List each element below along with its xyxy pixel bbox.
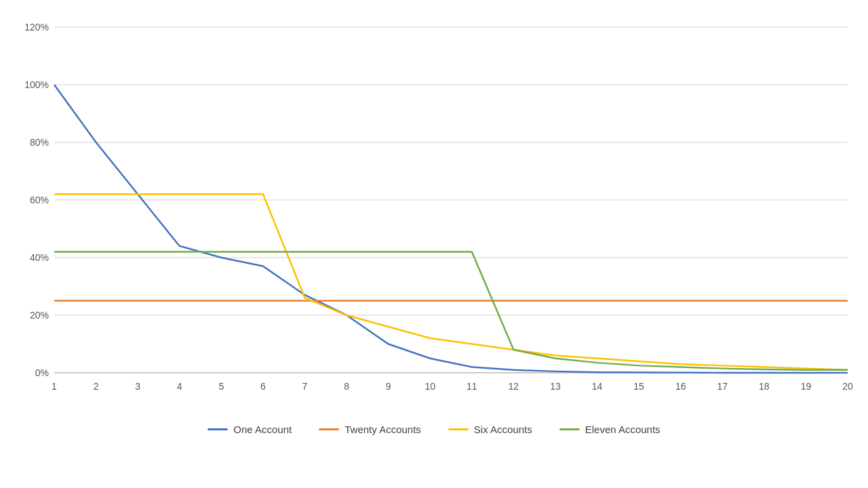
legend-item-six-accounts: Six Accounts [448, 424, 532, 435]
svg-text:3: 3 [135, 381, 140, 392]
svg-text:80%: 80% [30, 137, 49, 148]
svg-text:1: 1 [52, 381, 57, 392]
svg-text:60%: 60% [30, 195, 49, 205]
legend-label: One Account [233, 424, 292, 435]
svg-text:12: 12 [509, 381, 519, 392]
legend-label: Twenty Accounts [344, 424, 421, 435]
legend-color-swatch [208, 428, 228, 430]
svg-text:14: 14 [592, 381, 603, 392]
svg-text:9: 9 [386, 381, 391, 392]
legend-color-swatch [559, 428, 580, 430]
legend-item-eleven-accounts: Eleven Accounts [559, 424, 660, 435]
series-line-six-accounts [54, 195, 848, 370]
svg-text:13: 13 [550, 381, 561, 392]
series-line-eleven-accounts [54, 252, 848, 370]
svg-text:7: 7 [302, 381, 308, 392]
legend-color-swatch [448, 428, 469, 430]
svg-text:15: 15 [633, 381, 644, 392]
series-line-one-account [54, 85, 848, 373]
chart-title [0, 0, 868, 20]
svg-text:8: 8 [344, 381, 349, 392]
svg-text:6: 6 [260, 381, 266, 392]
svg-text:17: 17 [717, 381, 728, 392]
svg-text:16: 16 [675, 381, 686, 392]
legend-label: Six Accounts [474, 424, 532, 435]
svg-text:20: 20 [842, 381, 853, 392]
svg-text:20%: 20% [30, 310, 49, 321]
svg-text:2: 2 [94, 381, 99, 392]
svg-text:10: 10 [425, 381, 435, 392]
svg-text:120%: 120% [24, 22, 49, 33]
svg-text:19: 19 [801, 381, 812, 392]
legend-item-twenty-accounts: Twenty Accounts [319, 424, 421, 435]
legend-color-swatch [319, 428, 339, 430]
legend-item-one-account: One Account [208, 424, 292, 435]
svg-text:100%: 100% [24, 79, 49, 90]
svg-text:18: 18 [759, 381, 770, 392]
svg-text:5: 5 [218, 381, 224, 392]
legend: One AccountTwenty AccountsSix AccountsEl… [0, 413, 868, 442]
chart-container: 0%20%40%60%80%100%120%123456789101112131… [0, 0, 868, 488]
svg-text:0%: 0% [35, 367, 49, 378]
legend-label: Eleven Accounts [585, 424, 660, 435]
svg-text:40%: 40% [30, 252, 49, 263]
svg-text:11: 11 [467, 381, 477, 392]
svg-text:4: 4 [177, 381, 182, 392]
